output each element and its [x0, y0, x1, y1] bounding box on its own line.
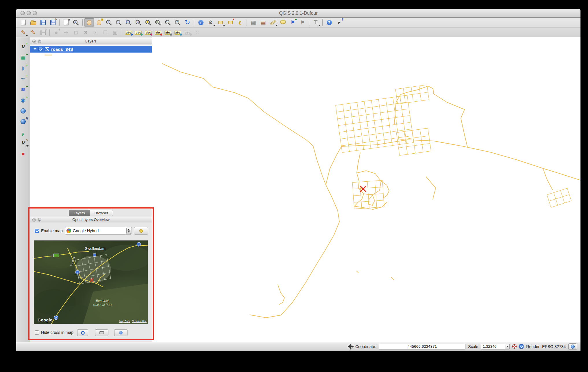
minimap-attribution[interactable]: Map Data - Terms of Use: [119, 320, 147, 323]
map-tips-icon[interactable]: [278, 18, 288, 27]
save-project-as-icon[interactable]: ✎: [48, 18, 58, 27]
desktop: QGIS 2.0.1-Dufour ✎≡≡▣+−1:1◱▣▤←→↻i⚙✗ε▦▤⚑…: [0, 0, 588, 372]
scale-value: 1:32346: [481, 344, 505, 349]
overview-extent-button[interactable]: [95, 329, 108, 336]
new-bookmark-icon[interactable]: ⚑+: [288, 18, 297, 27]
copy-features-icon: ❐: [101, 28, 110, 37]
add-mssql-layer-icon[interactable]: ≋+: [18, 85, 29, 94]
add-raster-layer-icon[interactable]: ▦+: [18, 53, 29, 62]
zoom-out-icon[interactable]: −: [114, 18, 123, 27]
coordinate-input[interactable]: [379, 344, 465, 349]
extent-icon: [99, 331, 104, 334]
add-wcs-layer-icon[interactable]: V: [18, 117, 29, 126]
enable-map-label: Enable map: [41, 228, 63, 233]
expand-caret-icon[interactable]: [34, 48, 36, 50]
map-type-select[interactable]: Google Hybrid: [65, 227, 132, 235]
select-features-icon[interactable]: [216, 18, 225, 27]
paste-features-icon: ▣: [110, 28, 120, 37]
overview-map[interactable]: Swellendam Voortrek 2 2 2 Bontebok Natio…: [34, 240, 148, 324]
add-openlayers-layer-button[interactable]: [134, 227, 148, 235]
deselect-features-icon[interactable]: ✗: [225, 18, 235, 27]
new-print-composer-icon[interactable]: ≡: [61, 18, 71, 27]
zoom-to-selection-icon[interactable]: ▣: [143, 18, 153, 27]
field-calculator-icon[interactable]: ▤: [258, 18, 268, 27]
route-shield-icon: 2: [54, 316, 58, 320]
dropdown-arrow-icon[interactable]: [505, 344, 509, 349]
zoom-full-icon[interactable]: ◱: [134, 18, 143, 27]
stop-rendering-icon[interactable]: [512, 344, 517, 349]
zoom-next-icon[interactable]: →: [173, 18, 182, 27]
identify-features-icon[interactable]: i: [196, 18, 206, 27]
save-project-icon[interactable]: [38, 18, 48, 27]
scale-label: Scale: [468, 344, 478, 349]
pan-map-icon[interactable]: [84, 18, 94, 27]
whats-this-icon[interactable]: ➤?: [334, 18, 344, 27]
measure-line-icon[interactable]: [268, 18, 278, 27]
show-bookmarks-icon[interactable]: ⚑: [298, 18, 307, 27]
node-tool-icon: ⊡: [71, 28, 81, 37]
layers-panel-header: × ◻ Layers: [30, 38, 152, 44]
route-shield-green-icon: [53, 254, 59, 257]
label-move-icon[interactable]: abc: [134, 28, 143, 37]
open-attribute-table-icon[interactable]: ▦: [249, 18, 258, 27]
new-project-icon[interactable]: [19, 18, 28, 27]
layer-name: roads_34S: [51, 47, 73, 52]
dock-close-icon[interactable]: ×: [32, 218, 36, 222]
select-by-expression-icon[interactable]: ε: [235, 18, 245, 27]
help-contents-icon[interactable]: ?: [324, 18, 334, 27]
new-shapefile-layer-icon[interactable]: V✎: [18, 139, 29, 147]
composer-manager-icon[interactable]: ≡: [71, 18, 81, 27]
zoom-button[interactable]: [33, 11, 37, 15]
run-feature-action-icon[interactable]: ⚙: [206, 18, 215, 27]
toggle-editing-icon[interactable]: ✎: [28, 28, 38, 37]
zoom-last-icon[interactable]: ←: [163, 18, 173, 27]
map-type-value: Google Hybrid: [73, 228, 125, 233]
map-canvas[interactable]: [152, 37, 580, 342]
open-project-icon[interactable]: [28, 18, 38, 27]
remove-layer-icon[interactable]: ▪: [18, 149, 29, 158]
ring-icon: [81, 331, 85, 335]
hide-cross-checkbox[interactable]: [35, 330, 39, 335]
manage-layers-toolbar: V+▦+◗+✒+≋+◉+V,V✎▪: [16, 37, 30, 342]
zoom-to-layer-icon[interactable]: ▤: [153, 18, 163, 27]
refresh-map-icon[interactable]: ↻: [183, 18, 192, 27]
label-rotate-icon[interactable]: abc: [143, 28, 153, 37]
dock-float-icon[interactable]: ◻: [38, 218, 41, 222]
projection-icon: [571, 345, 575, 349]
label-change-icon[interactable]: abc: [173, 28, 182, 37]
add-spatialite-layer-icon[interactable]: ✒+: [18, 75, 29, 83]
zoom-in-icon[interactable]: +: [104, 18, 114, 27]
overview-refresh-button[interactable]: [77, 329, 88, 336]
layer-checkbox[interactable]: [38, 47, 43, 51]
dock-close-icon[interactable]: ×: [32, 40, 36, 43]
layer-item[interactable]: roads_34S: [30, 46, 152, 53]
text-annotation-icon[interactable]: T: [311, 18, 321, 27]
enable-map-checkbox[interactable]: [35, 229, 39, 233]
label-pin-icon[interactable]: abc: [153, 28, 163, 37]
toolbar-main: ✎≡≡▣+−1:1◱▣▤←→↻i⚙✗ε▦▤⚑+⚑T?➤?: [16, 18, 580, 27]
overview-panel-header: × ◻ OpenLayers Overview: [30, 217, 152, 222]
label-show-hide-icon[interactable]: abc: [163, 28, 173, 37]
route-shield-icon: 2: [137, 242, 141, 247]
overview-center-button[interactable]: [114, 329, 127, 336]
add-oracle-layer-icon[interactable]: ◉+: [18, 96, 29, 105]
dock-float-icon[interactable]: ◻: [38, 40, 41, 43]
labeling-icon[interactable]: abc: [124, 28, 133, 37]
zoom-actual-icon[interactable]: 1:1: [124, 18, 133, 27]
tab-browser[interactable]: Browser: [90, 210, 113, 216]
minimize-button[interactable]: [27, 11, 31, 15]
enable-map-row: Enable map Google Hybrid: [35, 227, 132, 235]
pan-to-selection-icon[interactable]: ▣: [94, 18, 104, 27]
scale-combo[interactable]: 1:32346: [481, 344, 510, 349]
current-edits-icon[interactable]: ✎: [19, 28, 28, 37]
add-vector-layer-icon[interactable]: V+: [18, 42, 29, 51]
mouse-position-icon[interactable]: [349, 345, 353, 349]
tab-layers[interactable]: Layers: [69, 210, 90, 216]
add-wms-layer-icon[interactable]: [18, 107, 29, 115]
close-button[interactable]: [21, 11, 25, 15]
combo-stepper-icon[interactable]: [126, 228, 131, 234]
add-delimited-text-layer-icon[interactable]: ,: [18, 128, 29, 137]
crs-status-button[interactable]: [568, 343, 577, 350]
add-postgis-layer-icon[interactable]: ◗+: [18, 64, 29, 72]
render-checkbox[interactable]: [519, 344, 524, 349]
